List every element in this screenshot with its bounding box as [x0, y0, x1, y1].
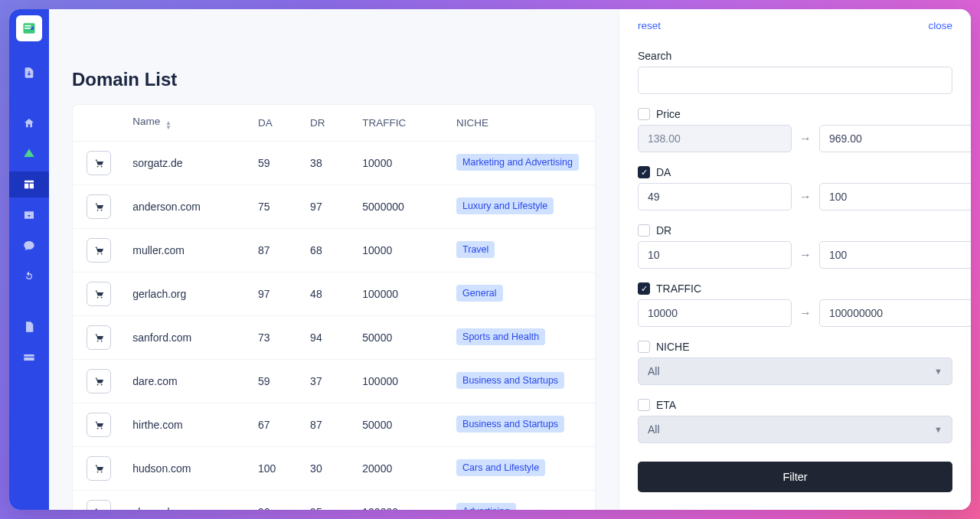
svg-rect-1 [24, 25, 31, 27]
nav-item-inbox[interactable] [9, 202, 49, 228]
niche-badge: Sports and Health [456, 328, 545, 345]
traffic-label: TRAFFIC [656, 282, 701, 295]
table-row: sanford.com739450000Sports and Health [73, 316, 595, 360]
cart-button[interactable] [87, 151, 111, 175]
cell-traffic: 100000 [354, 360, 449, 403]
nav-item-refresh[interactable] [9, 263, 49, 289]
cell-dr: 97 [302, 185, 354, 229]
traffic-checkbox[interactable] [638, 282, 650, 295]
cell-da: 96 [250, 491, 302, 511]
eta-label: ETA [656, 399, 676, 411]
col-niche[interactable]: NICHE [449, 105, 595, 142]
price-checkbox[interactable] [638, 108, 650, 120]
traffic-max-input[interactable] [819, 299, 971, 327]
cell-da: 75 [250, 185, 302, 229]
panel-top: reset close [638, 20, 952, 31]
table-row: muller.com876810000Travel [73, 229, 595, 273]
cell-dr: 30 [302, 447, 354, 491]
cell-da: 73 [250, 316, 302, 360]
da-min-input[interactable] [638, 183, 792, 211]
logo [16, 15, 42, 41]
dr-min-input[interactable] [638, 241, 792, 269]
sort-icon: ▲▼ [165, 121, 172, 130]
close-link[interactable]: close [928, 20, 952, 31]
cart-button[interactable] [87, 456, 111, 481]
app-shell: Domain List Name ▲▼ DA DR TRAFFIC [9, 9, 971, 510]
cell-da: 59 [250, 360, 302, 403]
niche-checkbox[interactable] [638, 341, 650, 353]
cell-dr: 68 [302, 229, 354, 273]
cart-button[interactable] [87, 194, 111, 219]
dr-checkbox[interactable] [638, 224, 650, 237]
dr-label: DR [656, 224, 671, 237]
col-name[interactable]: Name ▲▼ [125, 105, 250, 142]
table-row: anderson.com75975000000Luxury and Lifest… [73, 185, 595, 229]
niche-badge: Travel [456, 241, 495, 258]
cart-button[interactable] [87, 413, 111, 437]
cell-traffic: 50000 [354, 403, 449, 447]
price-max-input[interactable] [819, 125, 971, 152]
traffic-min-input[interactable] [638, 299, 792, 327]
dr-group: DR → [638, 224, 952, 269]
nav-item-table[interactable] [9, 171, 49, 197]
search-input[interactable] [638, 67, 952, 94]
cell-name: sanford.com [125, 316, 250, 360]
price-group: Price → [638, 108, 952, 152]
cell-dr: 87 [302, 403, 354, 447]
main: Domain List Name ▲▼ DA DR TRAFFIC [49, 9, 971, 510]
cart-button[interactable] [87, 282, 111, 306]
cell-traffic: 5000000 [354, 185, 449, 229]
niche-select[interactable]: All ▼ [638, 357, 952, 385]
svg-rect-2 [24, 28, 31, 29]
nav-item-document[interactable] [9, 314, 49, 340]
niche-badge: General [456, 285, 502, 302]
cell-name: hudson.com [125, 447, 250, 491]
cart-button[interactable] [87, 238, 111, 263]
da-checkbox[interactable] [638, 166, 650, 178]
cell-da: 67 [250, 403, 302, 447]
eta-checkbox[interactable] [638, 399, 650, 411]
cart-button[interactable] [87, 500, 111, 510]
arrow-icon: → [799, 248, 812, 262]
col-dr[interactable]: DR [302, 105, 354, 142]
nav-spacer [9, 90, 49, 106]
table-row: gerlach.org9748100000General [73, 273, 595, 316]
cell-niche: Advertising [449, 491, 595, 511]
cell-da: 100 [250, 447, 302, 491]
price-min-input[interactable] [638, 125, 792, 152]
search-label: Search [638, 50, 671, 62]
eta-select[interactable]: All ▼ [638, 416, 952, 443]
dr-max-input[interactable] [819, 241, 971, 269]
cart-button[interactable] [87, 325, 111, 350]
reset-link[interactable]: reset [638, 20, 661, 31]
niche-label: NICHE [656, 341, 690, 353]
nav-item-drive[interactable] [9, 141, 49, 167]
cell-niche: Sports and Health [449, 316, 595, 360]
nav-item-home[interactable] [9, 110, 49, 136]
cell-niche: Cars and Lifestyle [449, 447, 595, 491]
col-da[interactable]: DA [250, 105, 302, 142]
nav-item-export[interactable] [9, 60, 49, 86]
table-row: zboncak.com9695100000Advertising [73, 491, 595, 511]
col-traffic[interactable]: TRAFFIC [354, 105, 449, 142]
cell-traffic: 100000 [354, 491, 449, 511]
niche-group: NICHE All ▼ [638, 341, 952, 385]
content: Domain List Name ▲▼ DA DR TRAFFIC [49, 9, 619, 510]
niche-badge: Advertising [456, 503, 516, 511]
filter-button[interactable]: Filter [638, 462, 952, 492]
col-cart [73, 105, 125, 142]
nav-item-chat[interactable] [9, 233, 49, 259]
cart-button[interactable] [87, 369, 111, 393]
da-label: DA [656, 166, 671, 178]
sidebar [9, 9, 49, 510]
niche-badge: Cars and Lifestyle [456, 459, 545, 476]
cell-niche: Business and Startups [449, 360, 595, 403]
nav-item-billing[interactable] [9, 344, 49, 370]
cell-name: sorgatz.de [125, 142, 250, 185]
cell-dr: 95 [302, 491, 354, 511]
da-max-input[interactable] [819, 183, 971, 211]
cell-dr: 48 [302, 273, 354, 316]
table-row: dare.com5937100000Business and Startups [73, 360, 595, 403]
page-title: Domain List [72, 69, 596, 90]
chevron-down-icon: ▼ [934, 367, 942, 376]
